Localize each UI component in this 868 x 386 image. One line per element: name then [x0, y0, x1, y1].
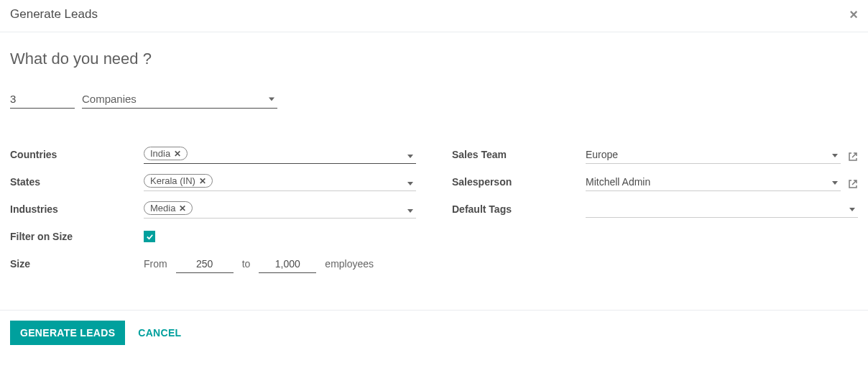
salesperson-value: Mitchell Admin [586, 176, 650, 188]
section-title: What do you need ? [10, 50, 858, 68]
state-tag-label: Kerala (IN) [150, 175, 195, 186]
modal-title: Generate Leads [10, 7, 98, 22]
chevron-down-icon [832, 154, 838, 157]
salesperson-select[interactable]: Mitchell Admin [586, 173, 841, 191]
state-tag[interactable]: Kerala (IN) ✕ [144, 174, 213, 188]
lead-count-input[interactable] [10, 90, 75, 109]
industry-tag[interactable]: Media ✕ [144, 201, 193, 215]
chevron-down-icon[interactable] [407, 182, 413, 185]
modal-body: What do you need ? Companies Countries I… [0, 32, 868, 310]
chevron-down-icon [832, 181, 838, 185]
close-icon[interactable]: × [849, 7, 858, 22]
default-tags-row: Default Tags [452, 199, 858, 219]
size-row: Size From to employees [10, 254, 416, 274]
close-icon[interactable]: ✕ [174, 149, 181, 159]
size-unit-label: employees [325, 258, 374, 270]
filter-size-label: Filter on Size [10, 231, 144, 242]
filter-size-field [144, 231, 416, 242]
states-field[interactable]: Kerala (IN) ✕ [144, 173, 416, 191]
country-tag[interactable]: India ✕ [144, 147, 188, 160]
size-from-label: From [144, 258, 167, 270]
form-grid: Countries India ✕ States [10, 144, 858, 281]
top-row: Companies [10, 90, 858, 109]
size-to-input[interactable] [259, 255, 316, 273]
filter-size-checkbox[interactable] [144, 231, 155, 242]
default-tags-label: Default Tags [452, 203, 586, 215]
size-field: From to employees [144, 255, 416, 273]
chevron-down-icon[interactable] [407, 209, 413, 213]
sales-team-select[interactable]: Europe [586, 146, 841, 164]
modal-header: Generate Leads × [0, 0, 868, 32]
sales-team-field-wrapper: Europe [586, 146, 858, 164]
countries-label: Countries [10, 149, 144, 160]
sales-team-label: Sales Team [452, 149, 586, 160]
left-column: Countries India ✕ States [10, 144, 416, 281]
chevron-down-icon [269, 97, 274, 101]
size-label: Size [10, 258, 144, 270]
states-label: States [10, 176, 144, 188]
industries-label: Industries [10, 203, 144, 215]
scope-select[interactable]: Companies [82, 90, 277, 109]
chevron-down-icon [849, 208, 855, 211]
size-to-label: to [242, 258, 251, 270]
size-from-input[interactable] [176, 255, 234, 273]
country-tag-label: India [150, 148, 170, 159]
scope-select-value: Companies [82, 90, 277, 108]
salesperson-label: Salesperson [452, 176, 586, 188]
industry-tag-label: Media [150, 203, 175, 213]
salesperson-field-wrapper: Mitchell Admin [586, 173, 858, 191]
external-link-icon[interactable] [848, 179, 858, 191]
default-tags-field[interactable] [586, 201, 858, 218]
cancel-button[interactable]: CANCEL [138, 327, 181, 339]
chevron-down-icon[interactable] [407, 155, 413, 158]
close-icon[interactable]: ✕ [199, 176, 206, 186]
salesperson-row: Salesperson Mitchell Admin [452, 172, 858, 192]
right-column: Sales Team Europe Salesperson Mitchell A… [452, 144, 858, 281]
countries-field[interactable]: India ✕ [144, 145, 416, 164]
check-icon [146, 233, 154, 241]
countries-row: Countries India ✕ [10, 144, 416, 165]
generate-leads-button[interactable]: GENERATE LEADS [10, 321, 125, 345]
industries-row: Industries Media ✕ [10, 199, 416, 219]
modal-footer: GENERATE LEADS CANCEL [0, 310, 868, 355]
states-row: States Kerala (IN) ✕ [10, 172, 416, 192]
close-icon[interactable]: ✕ [179, 203, 186, 213]
industries-field[interactable]: Media ✕ [144, 200, 416, 219]
external-link-icon[interactable] [848, 152, 858, 164]
sales-team-row: Sales Team Europe [452, 144, 858, 165]
filter-size-row: Filter on Size [10, 226, 416, 247]
sales-team-value: Europe [586, 149, 618, 160]
